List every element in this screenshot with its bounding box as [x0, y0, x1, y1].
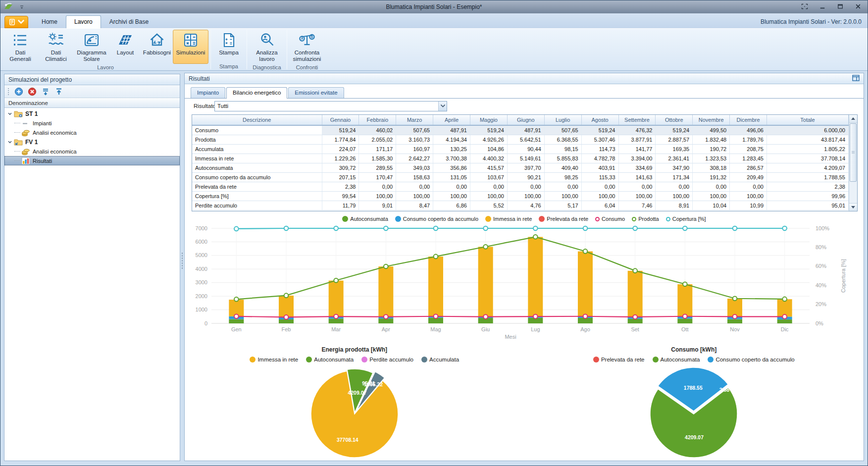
- svg-text:Mag: Mag: [430, 326, 441, 332]
- sidebar-caption: Simulazioni del progetto: [4, 74, 180, 85]
- table-row-perdite-accumulo[interactable]: Perdite accumulo11,799,018,476,865,524,7…: [192, 201, 849, 210]
- delete-button[interactable]: [28, 87, 37, 96]
- table-row-consumo-coperto-da-accumulo[interactable]: Consumo coperto da accumulo207,15170,471…: [192, 172, 849, 182]
- legend-marker-icon: [306, 357, 312, 362]
- minimize-button[interactable]: [817, 2, 828, 11]
- fullscreen-button[interactable]: [799, 2, 810, 11]
- column-header-aprile[interactable]: Aprile: [433, 115, 470, 125]
- add-button[interactable]: [14, 87, 23, 96]
- move-down-button[interactable]: [41, 87, 50, 96]
- column-header-descrizione[interactable]: Descrizione: [192, 115, 322, 125]
- ribbon-group-confronti: ABConfronta simulazioniConfronti: [287, 29, 327, 70]
- confronta-simulazioni-icon: AB: [299, 32, 315, 49]
- scroll-up-button[interactable]: [849, 115, 857, 123]
- table-row-consumo[interactable]: Consumo519,24460,02507,65487,91519,24487…: [192, 125, 849, 135]
- svg-text:0: 0: [204, 320, 207, 326]
- move-top-button[interactable]: [54, 87, 63, 96]
- diagramma-solare-icon: [83, 32, 100, 49]
- column-header-ottobre[interactable]: Ottobre: [656, 115, 693, 125]
- tree-item-risultati[interactable]: Risultati: [4, 156, 180, 165]
- maximize-button[interactable]: [835, 2, 846, 11]
- tab-impianto[interactable]: Impianto: [191, 87, 225, 98]
- ribbon-tab-home[interactable]: Home: [33, 15, 66, 28]
- value-cell: 460,02: [359, 125, 396, 135]
- column-header-febbraio[interactable]: Febbraio: [359, 115, 396, 125]
- tree-column-header[interactable]: Denominazione: [4, 98, 180, 108]
- table-vertical-scrollbar[interactable]: [849, 115, 857, 211]
- dati-climatici-button[interactable]: Dati Climatici: [38, 30, 74, 64]
- chevron-down-icon[interactable]: [7, 140, 12, 145]
- table-row-autoconsumata[interactable]: Autoconsumata309,72289,55349,03356,86415…: [192, 163, 849, 172]
- row-label: Accumulata: [192, 144, 322, 154]
- table-row-accumulata[interactable]: Accumulata224,07171,17160,97130,25104,86…: [192, 144, 849, 154]
- tree-item-fv-1[interactable]: FV 1: [4, 137, 180, 147]
- svg-text:2.38: 2.38: [719, 387, 730, 393]
- combobox-dropdown-icon[interactable]: [438, 102, 447, 111]
- scroll-down-button[interactable]: [849, 203, 857, 211]
- tree-item-st-1[interactable]: ST 1: [4, 109, 180, 118]
- chevron-down-icon[interactable]: [7, 111, 12, 116]
- column-header-luglio[interactable]: Luglio: [544, 115, 581, 125]
- layout-button[interactable]: Layout: [109, 30, 141, 64]
- fabbisogni-button[interactable]: Fabbisogni: [141, 30, 173, 64]
- close-button[interactable]: [853, 2, 864, 11]
- simulazioni-button[interactable]: Simulazioni: [173, 30, 208, 64]
- app-window: Blumatica Impianti Solari - Esempio* Hom…: [0, 0, 868, 466]
- dati-generali-button[interactable]: Dati Generali: [2, 30, 38, 64]
- analizza-lavoro-button[interactable]: Analizza lavoro: [249, 30, 285, 64]
- tree-item-analisi-economica[interactable]: Analisi economica: [4, 147, 180, 156]
- scrollbar-thumb[interactable]: [850, 123, 857, 182]
- tab-emissioni-evitate[interactable]: Emissioni evitate: [288, 87, 344, 98]
- column-header-giugno[interactable]: Giugno: [507, 115, 544, 125]
- value-cell: 496,06: [730, 125, 767, 135]
- column-header-settembre[interactable]: Settembre: [618, 115, 656, 125]
- risultato-combobox[interactable]: Tutti: [214, 101, 447, 111]
- value-cell: 1.283,45: [730, 154, 767, 163]
- legend-marker-icon: [395, 216, 401, 222]
- dati-generali-label: Dati Generali: [4, 50, 37, 62]
- table-row-prelevata-da-rete[interactable]: Prelevata da rete2,380,000,000,000,000,0…: [192, 182, 849, 191]
- legend-label: Consumo coperto da accumulo: [403, 216, 478, 222]
- fabbisogni-icon: [149, 32, 165, 49]
- column-header-marzo[interactable]: Marzo: [396, 115, 433, 125]
- value-cell: 100,00: [396, 191, 433, 201]
- column-header-totale[interactable]: Totale: [767, 115, 849, 125]
- row-label: Perdite accumulo: [192, 201, 322, 210]
- layout-label: Layout: [117, 50, 134, 56]
- value-cell: 100,00: [656, 191, 693, 201]
- column-header-dicembre[interactable]: Dicembre: [730, 115, 767, 125]
- svg-text:2000: 2000: [196, 293, 207, 299]
- risultato-label: Risultato: [194, 103, 214, 109]
- value-cell: 190,72: [693, 144, 730, 154]
- tab-bilancio-energetico[interactable]: Bilancio energetico: [226, 87, 287, 99]
- ribbon-tab-lavoro[interactable]: Lavoro: [66, 15, 101, 28]
- value-cell: 0,00: [507, 182, 544, 191]
- column-header-novembre[interactable]: Novembre: [693, 115, 730, 125]
- table-row-immessa-in-rete[interactable]: Immessa in rete1.229,261.585,302.642,273…: [192, 154, 849, 163]
- legend-item-consumo-coperto-da-accumulo: Consumo coperto da accumulo: [395, 216, 478, 222]
- svg-text:60%: 60%: [816, 263, 826, 269]
- column-header-maggio[interactable]: Maggio: [470, 115, 508, 125]
- bar-immessa-in-rete: [329, 281, 344, 316]
- legend-marker-icon: [666, 217, 670, 221]
- ribbon-tab-archivi-di-base[interactable]: Archivi di Base: [101, 15, 157, 28]
- column-header-agosto[interactable]: Agosto: [581, 115, 618, 125]
- analizza-lavoro-icon: [258, 32, 275, 49]
- diagramma-solare-button[interactable]: Diagramma Solare: [74, 30, 109, 64]
- value-cell: 207,15: [322, 172, 359, 182]
- row-label: Autoconsumata: [192, 163, 322, 172]
- panel-options-icon[interactable]: [852, 75, 860, 83]
- table-row-copertura[interactable]: Copertura [%]99,54100,00100,00100,00100,…: [192, 191, 849, 201]
- tree-item-analisi-economica[interactable]: Analisi economica: [4, 128, 180, 137]
- confronta-simulazioni-button[interactable]: ABConfronta simulazioni: [289, 30, 325, 64]
- app-menu-button[interactable]: [4, 16, 28, 28]
- svg-text:3000: 3000: [196, 279, 207, 285]
- column-header-gennaio[interactable]: Gennaio: [322, 115, 359, 125]
- tree-item-impianti[interactable]: Impianti: [4, 118, 180, 128]
- stampa-button[interactable]: Stampa: [213, 30, 245, 63]
- fabbisogni-label: Fabbisogni: [143, 50, 171, 56]
- analizza-lavoro-label: Analizza lavoro: [251, 50, 283, 62]
- legend-label: Consumo: [602, 216, 625, 222]
- panel-splitter[interactable]: [180, 74, 184, 461]
- table-row-prodotta[interactable]: Prodotta1.774,842.055,023.160,734.194,34…: [192, 135, 849, 144]
